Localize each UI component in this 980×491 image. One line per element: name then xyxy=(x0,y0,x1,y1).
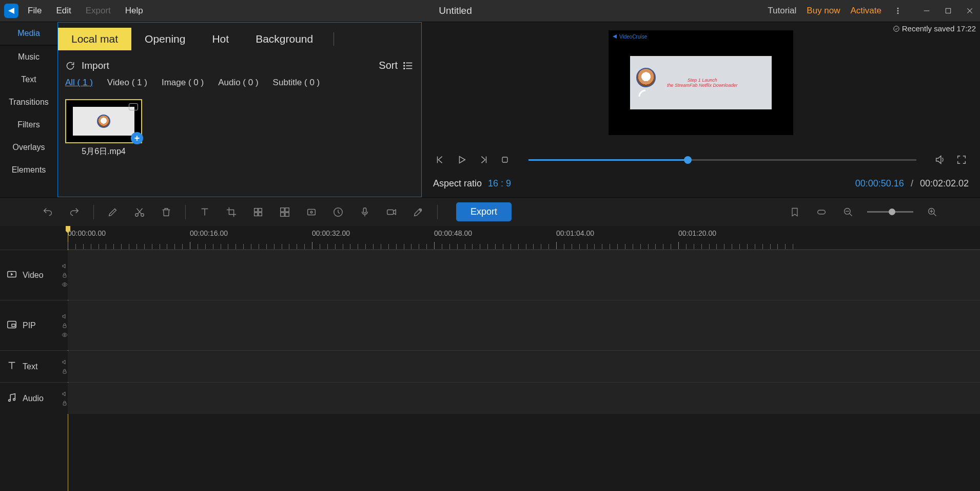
track-content[interactable] xyxy=(68,250,980,300)
filter-all[interactable]: All ( 1 ) xyxy=(65,78,93,88)
source-tab-opening[interactable]: Opening xyxy=(131,28,199,50)
redo-button[interactable] xyxy=(67,204,82,220)
filter-subtitle[interactable]: Subtitle ( 0 ) xyxy=(273,78,320,88)
track-content[interactable] xyxy=(68,383,980,414)
mute-icon[interactable] xyxy=(62,359,68,365)
media-item[interactable]: + 5月6日.mp4 xyxy=(65,99,142,157)
sidebar-tab-music[interactable]: Music xyxy=(0,46,57,68)
track-content[interactable] xyxy=(68,300,980,350)
svg-rect-4 xyxy=(946,8,950,13)
mute-icon[interactable] xyxy=(62,263,68,269)
undo-button[interactable] xyxy=(40,204,55,220)
sort-button[interactable]: Sort xyxy=(379,60,414,71)
sidebar: Media Music Text Transitions Filters Ove… xyxy=(0,22,57,197)
track-content[interactable] xyxy=(68,351,980,382)
lock-icon[interactable] xyxy=(62,400,68,406)
zoom-slider[interactable] xyxy=(867,211,913,213)
progress-bar[interactable] xyxy=(528,159,916,161)
visibility-icon[interactable] xyxy=(62,332,68,338)
preview-viewport[interactable]: VideoCruise Step 1 Launch the StreamFab … xyxy=(609,30,793,135)
lock-icon[interactable] xyxy=(62,323,68,329)
playback-controls xyxy=(433,153,969,167)
voiceover-icon[interactable] xyxy=(357,204,373,220)
progress-knob[interactable] xyxy=(684,156,692,164)
svg-point-43 xyxy=(64,284,66,285)
import-button[interactable]: Import xyxy=(65,60,109,71)
svg-point-50 xyxy=(13,398,15,400)
minimize-icon[interactable] xyxy=(920,5,933,17)
source-tab-background[interactable]: Background xyxy=(242,28,326,50)
menu-file[interactable]: File xyxy=(28,6,42,16)
refresh-icon xyxy=(65,61,75,71)
marker-icon[interactable] xyxy=(787,204,802,220)
stop-button[interactable] xyxy=(498,153,512,167)
record-icon[interactable] xyxy=(384,204,399,220)
cut-icon[interactable] xyxy=(132,204,147,220)
track-label: PIP xyxy=(23,321,36,330)
next-frame-button[interactable] xyxy=(476,153,491,167)
svg-rect-51 xyxy=(63,403,66,405)
menu-export: Export xyxy=(86,6,111,16)
timeline-ruler[interactable]: 00:00:00.0000:00:16.0000:00:32.0000:00:4… xyxy=(68,226,980,250)
mosaic-icon[interactable] xyxy=(250,204,266,220)
svg-rect-31 xyxy=(387,210,394,214)
export-button[interactable]: Export xyxy=(456,202,512,221)
source-tabs: Local mat Opening Hot Background xyxy=(58,23,421,50)
crop-icon[interactable] xyxy=(224,204,239,220)
zoom-out-icon[interactable] xyxy=(840,204,856,220)
activate-link[interactable]: Activate xyxy=(851,6,881,16)
svg-rect-23 xyxy=(281,207,284,211)
grid-icon[interactable] xyxy=(277,204,292,220)
volume-button[interactable] xyxy=(933,153,947,167)
time-current: 00:00:50.16 xyxy=(855,178,904,188)
fit-icon[interactable] xyxy=(814,204,829,220)
sidebar-tab-filters[interactable]: Filters xyxy=(0,114,57,136)
menu-edit[interactable]: Edit xyxy=(56,6,71,16)
text-tool-icon[interactable] xyxy=(197,204,212,220)
source-tab-local[interactable]: Local mat xyxy=(58,28,131,50)
speed-icon[interactable] xyxy=(330,204,346,220)
prev-frame-button[interactable] xyxy=(433,153,447,167)
tutorial-link[interactable]: Tutorial xyxy=(768,6,796,16)
mute-icon[interactable] xyxy=(62,391,68,397)
preview-sample-icon xyxy=(636,68,656,87)
svg-point-10 xyxy=(404,62,405,63)
text-track-icon xyxy=(6,360,17,373)
time-total: 00:02:02.02 xyxy=(920,178,969,188)
close-icon[interactable] xyxy=(964,5,976,17)
timeline: 00:00:00.0000:00:16.0000:00:32.0000:00:4… xyxy=(0,226,980,414)
source-tab-hot[interactable]: Hot xyxy=(199,28,242,50)
filter-video[interactable]: Video ( 1 ) xyxy=(107,78,147,88)
buy-now-link[interactable]: Buy now xyxy=(807,6,840,16)
track-pip: PIP xyxy=(0,300,980,350)
sidebar-tab-transitions[interactable]: Transitions xyxy=(0,91,57,114)
filter-audio[interactable]: Audio ( 0 ) xyxy=(218,78,258,88)
app-logo xyxy=(4,4,18,18)
lock-icon[interactable] xyxy=(62,272,68,278)
aspect-ratio-value[interactable]: 16 : 9 xyxy=(488,178,511,189)
svg-point-13 xyxy=(893,26,899,32)
media-panel: Local mat Opening Hot Background Import … xyxy=(57,22,422,197)
fullscreen-button[interactable] xyxy=(954,153,969,167)
visibility-icon[interactable] xyxy=(62,281,68,288)
svg-rect-45 xyxy=(12,324,15,327)
play-button[interactable] xyxy=(455,153,469,167)
freeze-icon[interactable] xyxy=(304,204,319,220)
chroma-icon[interactable] xyxy=(410,204,426,220)
lock-icon[interactable] xyxy=(62,368,68,374)
sidebar-tab-elements[interactable]: Elements xyxy=(0,159,57,181)
mute-icon[interactable] xyxy=(62,313,68,319)
filter-image[interactable]: Image ( 0 ) xyxy=(162,78,204,88)
zoom-in-icon[interactable] xyxy=(925,204,940,220)
sidebar-tab-media[interactable]: Media xyxy=(0,22,57,46)
ruler-mark: 00:00:48.00 xyxy=(434,229,472,237)
maximize-icon[interactable] xyxy=(942,5,954,17)
add-to-timeline-icon[interactable]: + xyxy=(131,132,143,144)
delete-icon[interactable] xyxy=(159,204,174,220)
edit-icon[interactable] xyxy=(105,204,121,220)
more-icon[interactable] xyxy=(892,5,904,17)
menu-help[interactable]: Help xyxy=(125,6,143,16)
sidebar-tab-overlays[interactable]: Overlays xyxy=(0,136,57,159)
zoom-knob[interactable] xyxy=(889,209,895,215)
sidebar-tab-text[interactable]: Text xyxy=(0,68,57,91)
